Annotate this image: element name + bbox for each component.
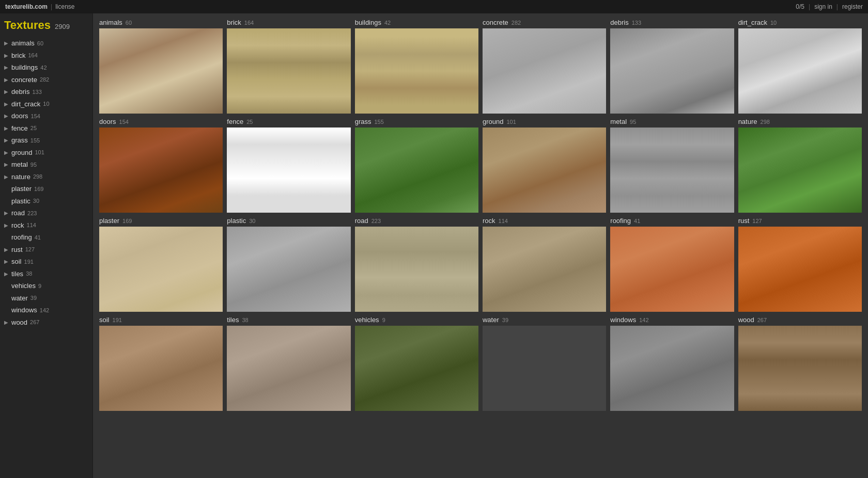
- sidebar-cat-count: 155: [30, 136, 40, 145]
- cell-label-wood: wood 267: [738, 316, 862, 324]
- sidebar-item-debris[interactable]: ▶ debris 133: [4, 86, 88, 98]
- cell-cat-name: plastic: [227, 217, 246, 225]
- cell-cat-name: water: [483, 316, 499, 324]
- grid-cell-grass[interactable]: grass 155: [355, 118, 478, 213]
- cell-cat-name: dirt_crack: [738, 19, 767, 26]
- grid-cell-windows[interactable]: windows 142: [610, 316, 734, 411]
- sidebar-item-fence[interactable]: ▶ fence 25: [4, 122, 88, 135]
- grid-cell-nature[interactable]: nature 298: [738, 118, 862, 213]
- cell-cat-name: doors: [99, 118, 116, 125]
- sidebar-item-animals[interactable]: ▶ animals 60: [4, 37, 88, 50]
- grid-cell-plaster[interactable]: plaster 169: [99, 217, 223, 312]
- sidebar-item-roofing[interactable]: ▶ roofing 41: [4, 231, 88, 244]
- grid-cell-debris[interactable]: debris 133: [610, 19, 734, 114]
- sidebar-cat-name: doors: [11, 111, 28, 121]
- cell-cat-count: 142: [639, 317, 648, 323]
- grid-cell-roofing[interactable]: roofing 41: [610, 217, 734, 312]
- grid-cell-plastic[interactable]: plastic 30: [227, 217, 350, 312]
- sidebar-item-metal[interactable]: ▶ metal 95: [4, 158, 88, 171]
- arrow-icon-doors: ▶: [4, 112, 9, 120]
- grid-cell-tiles[interactable]: tiles 38: [227, 316, 350, 411]
- sidebar-item-grass[interactable]: ▶ grass 155: [4, 134, 88, 147]
- cell-image-plaster: [99, 227, 223, 312]
- sidebar-cat-name: metal: [11, 160, 28, 170]
- cell-cat-count: 30: [249, 218, 255, 224]
- grid-cell-wood[interactable]: wood 267: [738, 316, 862, 411]
- sidebar-cat-count: 25: [30, 124, 37, 133]
- sidebar-item-rust[interactable]: ▶ rust 127: [4, 244, 88, 256]
- cell-cat-name: soil: [99, 316, 110, 324]
- cell-cat-count: 169: [122, 218, 132, 224]
- cell-cat-count: 267: [757, 317, 767, 323]
- topbar: texturelib.com | license 0/5 | sign in |…: [0, 0, 868, 13]
- cell-label-brick: brick 164: [227, 19, 350, 26]
- cell-image-fence: [227, 128, 350, 213]
- sidebar-item-road[interactable]: ▶ road 223: [4, 207, 88, 219]
- arrow-icon-concrete: ▶: [4, 76, 9, 84]
- sidebar-cat-count: 133: [32, 88, 41, 97]
- sidebar-item-nature[interactable]: ▶ nature 298: [4, 171, 88, 183]
- sign-in-link[interactable]: sign in: [814, 3, 832, 10]
- cell-cat-count: 127: [752, 218, 762, 224]
- grid-cell-buildings[interactable]: buildings 42: [355, 19, 478, 114]
- grid-cell-road[interactable]: road 223: [355, 217, 478, 312]
- sidebar-item-ground[interactable]: ▶ ground 101: [4, 147, 88, 159]
- topbar-separator3: |: [836, 3, 838, 10]
- cell-image-grass: [355, 128, 478, 213]
- cell-image-windows: [610, 326, 734, 411]
- grid-cell-dirt_crack[interactable]: dirt_crack 10: [738, 19, 862, 114]
- sidebar-item-plaster[interactable]: ▶ plaster 169: [4, 183, 88, 195]
- topbar-separator1: |: [51, 3, 52, 10]
- register-link[interactable]: register: [842, 3, 863, 10]
- grid-cell-water[interactable]: water 39: [483, 316, 606, 411]
- cell-cat-name: debris: [610, 19, 628, 26]
- cell-label-metal: metal 95: [610, 118, 734, 125]
- cell-image-roofing: [610, 227, 734, 312]
- grid-cell-metal[interactable]: metal 95: [610, 118, 734, 213]
- grid-cell-fence[interactable]: fence 25: [227, 118, 350, 213]
- cell-cat-name: nature: [738, 118, 757, 125]
- sidebar-cat-count: 191: [24, 258, 34, 266]
- sidebar-item-soil[interactable]: ▶ soil 191: [4, 256, 88, 268]
- sidebar-item-plastic[interactable]: ▶ plastic 30: [4, 195, 88, 208]
- cell-cat-count: 39: [502, 317, 508, 323]
- sidebar-item-doors[interactable]: ▶ doors 154: [4, 110, 88, 122]
- arrow-icon-fence: ▶: [4, 124, 9, 132]
- sidebar-cat-count: 267: [30, 318, 39, 327]
- sidebar-item-vehicles[interactable]: ▶ vehicles 9: [4, 280, 88, 292]
- grid-cell-doors[interactable]: doors 154: [99, 118, 223, 213]
- cell-image-brick: [227, 28, 350, 114]
- grid-row-3: soil 191 tiles 38 vehicles 9 water 39 wi…: [99, 316, 862, 411]
- cell-label-roofing: roofing 41: [610, 217, 734, 225]
- grid-cell-animals[interactable]: animals 60: [99, 19, 223, 114]
- sidebar-item-tiles[interactable]: ▶ tiles 38: [4, 268, 88, 280]
- cell-cat-count: 155: [374, 119, 383, 125]
- sidebar-item-rock[interactable]: ▶ rock 114: [4, 219, 88, 232]
- sidebar-item-dirt_crack[interactable]: ▶ dirt_crack 10: [4, 98, 88, 110]
- grid-cell-brick[interactable]: brick 164: [227, 19, 350, 114]
- sidebar-item-concrete[interactable]: ▶ concrete 282: [4, 74, 88, 86]
- sidebar-cat-count: 298: [33, 172, 42, 181]
- grid-cell-rock[interactable]: rock 114: [483, 217, 606, 312]
- sidebar: Textures 2909 ▶ animals 60 ▶ brick 164 ▶…: [0, 13, 93, 478]
- sidebar-item-buildings[interactable]: ▶ buildings 42: [4, 61, 88, 74]
- cell-cat-name: plaster: [99, 217, 119, 225]
- arrow-icon-brick: ▶: [4, 52, 9, 59]
- sidebar-item-windows[interactable]: ▶ windows 142: [4, 304, 88, 316]
- cell-image-concrete: [483, 28, 606, 114]
- cell-label-plaster: plaster 169: [99, 217, 223, 225]
- license-link[interactable]: license: [55, 3, 74, 10]
- cell-cat-name: ground: [483, 118, 503, 125]
- sidebar-item-brick[interactable]: ▶ brick 164: [4, 50, 88, 62]
- grid-cell-concrete[interactable]: concrete 282: [483, 19, 606, 114]
- grid-cell-soil[interactable]: soil 191: [99, 316, 223, 411]
- grid-cell-ground[interactable]: ground 101: [483, 118, 606, 213]
- sidebar-item-water[interactable]: ▶ water 39: [4, 292, 88, 305]
- cell-cat-name: wood: [738, 316, 754, 324]
- sidebar-cat-name: fence: [11, 123, 28, 134]
- site-name-link[interactable]: texturelib.com: [5, 3, 48, 10]
- arrow-icon-grass: ▶: [4, 136, 9, 144]
- sidebar-item-wood[interactable]: ▶ wood 267: [4, 316, 88, 329]
- grid-cell-rust[interactable]: rust 127: [738, 217, 862, 312]
- grid-cell-vehicles[interactable]: vehicles 9: [355, 316, 478, 411]
